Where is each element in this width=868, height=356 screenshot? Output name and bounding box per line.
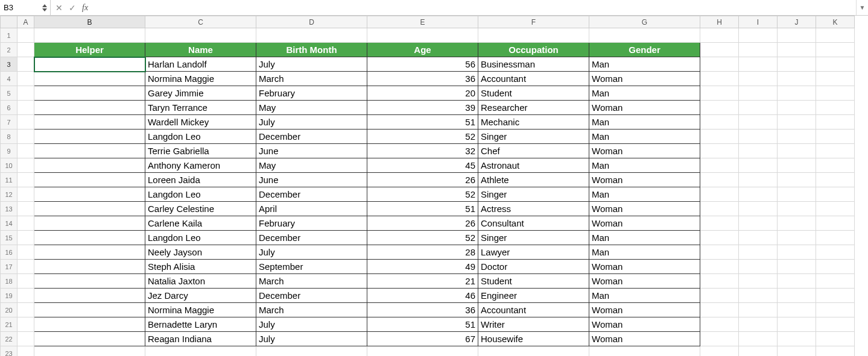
col-header-I[interactable]: I [739, 16, 778, 28]
cell-A2[interactable] [17, 43, 34, 57]
cell-H21[interactable] [700, 317, 739, 332]
cell-B10[interactable] [34, 158, 145, 173]
cell-G13[interactable]: Woman [589, 202, 700, 216]
cell-F5[interactable]: Student [478, 86, 589, 101]
col-header-D[interactable]: D [256, 16, 367, 28]
cell-D1[interactable] [256, 28, 367, 43]
cell-B4[interactable] [34, 72, 145, 86]
cell-E9[interactable]: 32 [367, 144, 478, 158]
cell-F18[interactable]: Student [478, 274, 589, 289]
cell-I15[interactable] [739, 231, 778, 245]
cell-A13[interactable] [17, 202, 34, 216]
cell-G17[interactable]: Woman [589, 260, 700, 274]
cell-J1[interactable] [778, 28, 816, 43]
cell-F20[interactable]: Accountant [478, 303, 589, 317]
cell-K16[interactable] [816, 245, 855, 260]
cell-D11[interactable]: June [256, 173, 367, 187]
cell-C11[interactable]: Loreen Jaida [145, 173, 256, 187]
cell-J20[interactable] [778, 303, 816, 317]
cell-I22[interactable] [739, 332, 778, 346]
cell-G6[interactable]: Woman [589, 101, 700, 115]
cell-D19[interactable]: December [256, 289, 367, 303]
col-header-B[interactable]: B [34, 16, 145, 28]
cell-E5[interactable]: 20 [367, 86, 478, 101]
cell-E13[interactable]: 51 [367, 202, 478, 216]
cell-K20[interactable] [816, 303, 855, 317]
cell-K18[interactable] [816, 274, 855, 289]
cell-I10[interactable] [739, 158, 778, 173]
cell-J9[interactable] [778, 144, 816, 158]
cell-F19[interactable]: Engineer [478, 289, 589, 303]
cell-F6[interactable]: Researcher [478, 101, 589, 115]
row-header-23[interactable]: 23 [1, 346, 17, 357]
cell-I13[interactable] [739, 202, 778, 216]
cell-I12[interactable] [739, 187, 778, 202]
cell-C22[interactable]: Reagan Indiana [145, 332, 256, 346]
cell-J6[interactable] [778, 101, 816, 115]
row-header-7[interactable]: 7 [1, 115, 17, 130]
col-header-A[interactable]: A [17, 16, 34, 28]
cell-C18[interactable]: Natalia Jaxton [145, 274, 256, 289]
cell-A4[interactable] [17, 72, 34, 86]
cell-I21[interactable] [739, 317, 778, 332]
cell-B17[interactable] [34, 260, 145, 274]
cell-K4[interactable] [816, 72, 855, 86]
cell-I6[interactable] [739, 101, 778, 115]
cell-K10[interactable] [816, 158, 855, 173]
cell-F1[interactable] [478, 28, 589, 43]
cell-E4[interactable]: 36 [367, 72, 478, 86]
row-header-2[interactable]: 2 [1, 43, 17, 57]
cell-E8[interactable]: 52 [367, 130, 478, 144]
cell-D12[interactable]: December [256, 187, 367, 202]
cell-J3[interactable] [778, 57, 816, 72]
cell-F12[interactable]: Singer [478, 187, 589, 202]
cell-A20[interactable] [17, 303, 34, 317]
cell-C4[interactable]: Normina Maggie [145, 72, 256, 86]
cell-K3[interactable] [816, 57, 855, 72]
cell-G11[interactable]: Woman [589, 173, 700, 187]
cell-C13[interactable]: Carley Celestine [145, 202, 256, 216]
cell-G8[interactable]: Man [589, 130, 700, 144]
cell-A1[interactable] [17, 28, 34, 43]
col-header-C[interactable]: C [145, 16, 256, 28]
col-header-F[interactable]: F [478, 16, 589, 28]
cell-G14[interactable]: Woman [589, 216, 700, 231]
cell-B11[interactable] [34, 173, 145, 187]
cell-E20[interactable]: 36 [367, 303, 478, 317]
cell-A7[interactable] [17, 115, 34, 130]
cell-G1[interactable] [589, 28, 700, 43]
cell-D13[interactable]: April [256, 202, 367, 216]
row-header-13[interactable]: 13 [1, 202, 17, 216]
cell-H23[interactable] [700, 346, 739, 357]
cell-F17[interactable]: Doctor [478, 260, 589, 274]
header-cell-F[interactable]: Occupation [478, 43, 589, 57]
row-header-10[interactable]: 10 [1, 158, 17, 173]
cell-K23[interactable] [816, 346, 855, 357]
cell-I16[interactable] [739, 245, 778, 260]
cell-E10[interactable]: 45 [367, 158, 478, 173]
cell-I5[interactable] [739, 86, 778, 101]
row-header-20[interactable]: 20 [1, 303, 17, 317]
header-cell-B[interactable]: Helper [34, 43, 145, 57]
cell-G10[interactable]: Man [589, 158, 700, 173]
cell-F14[interactable]: Consultant [478, 216, 589, 231]
cell-H5[interactable] [700, 86, 739, 101]
col-header-K[interactable]: K [816, 16, 855, 28]
cell-J13[interactable] [778, 202, 816, 216]
cell-D8[interactable]: December [256, 130, 367, 144]
cell-F7[interactable]: Mechanic [478, 115, 589, 130]
cell-G9[interactable]: Woman [589, 144, 700, 158]
col-header-H[interactable]: H [700, 16, 739, 28]
row-header-15[interactable]: 15 [1, 231, 17, 245]
cell-C20[interactable]: Normina Maggie [145, 303, 256, 317]
cell-C10[interactable]: Anthony Kameron [145, 158, 256, 173]
cell-C12[interactable]: Langdon Leo [145, 187, 256, 202]
cell-C21[interactable]: Bernadette Laryn [145, 317, 256, 332]
cell-J14[interactable] [778, 216, 816, 231]
cell-H1[interactable] [700, 28, 739, 43]
cell-K9[interactable] [816, 144, 855, 158]
cell-I9[interactable] [739, 144, 778, 158]
cell-H4[interactable] [700, 72, 739, 86]
cell-I7[interactable] [739, 115, 778, 130]
cell-K13[interactable] [816, 202, 855, 216]
